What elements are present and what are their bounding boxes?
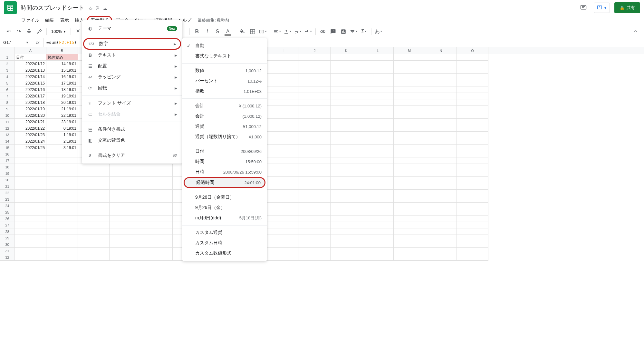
cell[interactable] (15, 222, 46, 228)
menu-item-theme[interactable]: ◐ テーマ New (82, 23, 182, 34)
cell[interactable] (331, 157, 362, 164)
cell[interactable] (46, 209, 78, 216)
cell[interactable] (394, 248, 425, 254)
cell[interactable] (267, 99, 299, 106)
cell[interactable] (331, 170, 362, 177)
cell[interactable] (457, 80, 488, 86)
undo-icon[interactable]: ↶ (4, 27, 13, 36)
cell[interactable] (331, 145, 362, 151)
cell[interactable] (425, 119, 457, 125)
cell[interactable] (78, 254, 110, 261)
column-header[interactable]: O (457, 47, 488, 54)
cell[interactable] (394, 99, 425, 106)
cell[interactable] (267, 145, 299, 151)
cell[interactable] (46, 157, 78, 164)
cell[interactable] (394, 196, 425, 203)
cell[interactable] (141, 209, 173, 216)
borders-icon[interactable] (248, 27, 257, 36)
cell[interactable] (457, 203, 488, 209)
cell[interactable] (362, 196, 394, 203)
column-header[interactable]: B (46, 47, 78, 54)
cell[interactable] (362, 216, 394, 222)
cell[interactable] (425, 125, 457, 132)
cell[interactable] (425, 196, 457, 203)
cell[interactable] (15, 216, 46, 222)
cell[interactable] (457, 119, 488, 125)
cell[interactable] (457, 235, 488, 241)
cell[interactable] (78, 235, 110, 241)
cell[interactable] (362, 203, 394, 209)
cell[interactable] (362, 132, 394, 138)
cell[interactable] (110, 164, 141, 170)
cell[interactable] (394, 170, 425, 177)
cell[interactable] (267, 125, 299, 132)
row-header[interactable]: 24 (0, 203, 15, 209)
cell[interactable] (425, 248, 457, 254)
zoom-dropdown[interactable]: 100%▼ (49, 29, 68, 34)
column-header[interactable]: M (394, 47, 425, 54)
cell[interactable] (46, 170, 78, 177)
row-header[interactable]: 19 (0, 170, 15, 177)
cell[interactable] (15, 164, 46, 170)
cell[interactable] (267, 80, 299, 86)
menu-item-conditional-formatting[interactable]: ▤ 条件付き書式 (82, 124, 182, 135)
cell[interactable] (331, 132, 362, 138)
cell[interactable] (141, 235, 173, 241)
cell[interactable] (457, 106, 488, 112)
cell[interactable] (15, 177, 46, 183)
row-header[interactable]: 13 (0, 132, 15, 138)
cell[interactable] (331, 61, 362, 67)
cell[interactable] (78, 196, 110, 203)
number-format-plain-text[interactable]: 書式なしテキスト (182, 51, 267, 61)
cell[interactable] (362, 209, 394, 216)
cell[interactable] (425, 145, 457, 151)
cell[interactable] (46, 177, 78, 183)
cell[interactable] (394, 86, 425, 93)
cell[interactable]: 3:19:01 (46, 145, 78, 151)
cell[interactable] (457, 183, 488, 190)
cell[interactable]: 15:19:01 (46, 67, 78, 74)
cell[interactable] (362, 93, 394, 99)
cell[interactable]: 2022/01/25 (15, 145, 46, 151)
cell[interactable] (331, 112, 362, 119)
cell[interactable]: 2022/01/12 (15, 61, 46, 67)
cell[interactable] (457, 112, 488, 119)
cell[interactable]: 2022/01/24 (15, 138, 46, 145)
cell[interactable] (362, 254, 394, 261)
cell[interactable] (141, 203, 173, 209)
row-header[interactable]: 17 (0, 157, 15, 164)
cell[interactable] (457, 177, 488, 183)
link-icon[interactable] (318, 27, 327, 36)
row-header[interactable]: 15 (0, 145, 15, 151)
cell[interactable]: 2022/01/19 (15, 106, 46, 112)
cell[interactable] (78, 170, 110, 177)
cell[interactable] (394, 254, 425, 261)
cell[interactable]: 16:19:01 (46, 74, 78, 80)
cell[interactable] (362, 61, 394, 67)
paint-format-icon[interactable]: 🖌 (35, 27, 44, 36)
cell[interactable] (78, 177, 110, 183)
cell[interactable] (299, 132, 331, 138)
cell[interactable]: 21:19:01 (46, 106, 78, 112)
cell[interactable] (15, 196, 46, 203)
row-header[interactable]: 32 (0, 254, 15, 261)
cell[interactable] (267, 74, 299, 80)
cell[interactable] (331, 222, 362, 228)
cell[interactable] (110, 190, 141, 196)
menu-item-wrapping[interactable]: ↩ ラッピング ▶ (82, 72, 182, 83)
cell[interactable] (299, 54, 331, 61)
move-icon[interactable]: ⎘ (96, 5, 99, 12)
cell[interactable] (141, 248, 173, 254)
cell[interactable] (299, 170, 331, 177)
row-header[interactable]: 14 (0, 138, 15, 145)
cell[interactable] (46, 203, 78, 209)
cell[interactable]: 19:19:01 (46, 93, 78, 99)
cell[interactable] (46, 183, 78, 190)
cell[interactable] (46, 235, 78, 241)
cell[interactable] (457, 241, 488, 248)
cell[interactable] (457, 138, 488, 145)
cell[interactable]: 2022/01/18 (15, 99, 46, 106)
cell[interactable] (362, 80, 394, 86)
cell[interactable] (457, 216, 488, 222)
number-format-automatic[interactable]: ✓ 自動 (182, 41, 267, 51)
